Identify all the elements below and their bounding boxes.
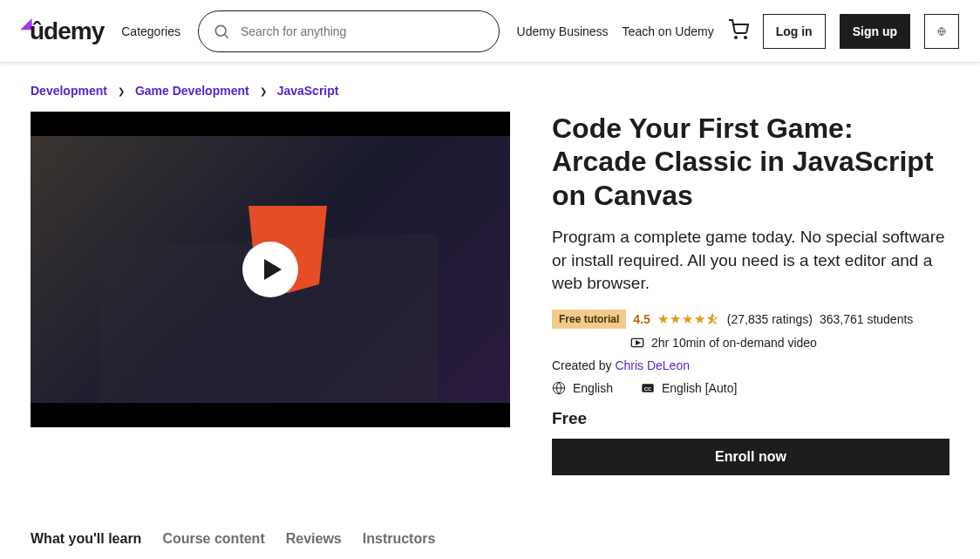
course-tabs: What you'll learn Course content Reviews… <box>31 524 949 559</box>
svg-point-0 <box>215 25 226 36</box>
tab-what-youll-learn[interactable]: What you'll learn <box>31 524 141 559</box>
main-header: ◢ ûdemy Categories Udemy Business Teach … <box>0 0 980 63</box>
captions-icon: CC <box>641 381 655 395</box>
breadcrumb-link[interactable]: Game Development <box>135 84 249 98</box>
course-preview-video[interactable] <box>31 112 510 427</box>
signup-button[interactable]: Sign up <box>840 14 910 49</box>
rating-row: Free tutorial 4.5 ★★★★⯪ (27,835 ratings)… <box>552 310 949 329</box>
tab-reviews[interactable]: Reviews <box>286 524 342 559</box>
chevron-right-icon: ❯ <box>118 86 125 96</box>
breadcrumb-link[interactable]: JavaScript <box>277 84 339 98</box>
duration-row: 2hr 10min of on-demand video <box>630 336 949 350</box>
rating-value: 4.5 <box>633 312 650 326</box>
cart-icon[interactable] <box>728 19 749 44</box>
author-link[interactable]: Chris DeLeon <box>615 358 690 372</box>
students-count: 363,761 students <box>820 312 913 326</box>
svg-line-1 <box>225 34 228 37</box>
svg-point-3 <box>745 37 746 38</box>
created-by: Created by Chris DeLeon <box>552 358 949 372</box>
categories-link[interactable]: Categories <box>121 24 180 38</box>
language-row: English CC English [Auto] <box>552 381 949 395</box>
course-hero: Code Your First Game: Arcade Classic in … <box>31 112 949 503</box>
breadcrumb: Development ❯ Game Development ❯ JavaScr… <box>31 63 949 112</box>
tab-instructors[interactable]: Instructors <box>363 524 436 559</box>
language-text: English <box>573 381 613 395</box>
svg-point-2 <box>735 37 737 38</box>
svg-marker-7 <box>636 341 640 344</box>
globe-icon <box>552 381 566 395</box>
star-rating-icon: ★★★★⯪ <box>657 311 720 327</box>
login-button[interactable]: Log in <box>763 14 826 49</box>
chevron-right-icon: ❯ <box>260 86 267 96</box>
header-right: Udemy Business Teach on Udemy Log in Sig… <box>517 14 959 49</box>
search-icon <box>213 23 230 40</box>
svg-text:CC: CC <box>644 386 652 392</box>
captions-text: English [Auto] <box>662 381 737 395</box>
teach-link[interactable]: Teach on Udemy <box>623 24 714 38</box>
business-link[interactable]: Udemy Business <box>517 24 609 38</box>
search-input[interactable] <box>241 24 485 38</box>
search-bar[interactable] <box>198 10 500 52</box>
course-title: Code Your First Game: Arcade Classic in … <box>552 112 949 212</box>
created-by-label: Created by <box>552 358 615 372</box>
udemy-logo[interactable]: ◢ ûdemy <box>21 15 104 47</box>
globe-icon <box>937 23 946 40</box>
price: Free <box>552 409 949 428</box>
course-subtitle: Program a complete game today. No specia… <box>552 226 949 296</box>
ratings-count[interactable]: (27,835 ratings) <box>727 312 813 326</box>
enroll-button[interactable]: Enroll now <box>552 439 949 475</box>
breadcrumb-link[interactable]: Development <box>31 84 107 98</box>
language-button[interactable] <box>924 14 959 49</box>
play-button[interactable] <box>242 242 298 297</box>
tab-course-content[interactable]: Course content <box>162 524 264 559</box>
video-icon <box>630 336 644 350</box>
free-badge: Free tutorial <box>552 310 626 329</box>
course-info: Code Your First Game: Arcade Classic in … <box>552 112 949 475</box>
duration-text: 2hr 10min of on-demand video <box>651 336 817 350</box>
logo-text: ûdemy <box>30 17 104 45</box>
play-icon <box>264 259 282 280</box>
